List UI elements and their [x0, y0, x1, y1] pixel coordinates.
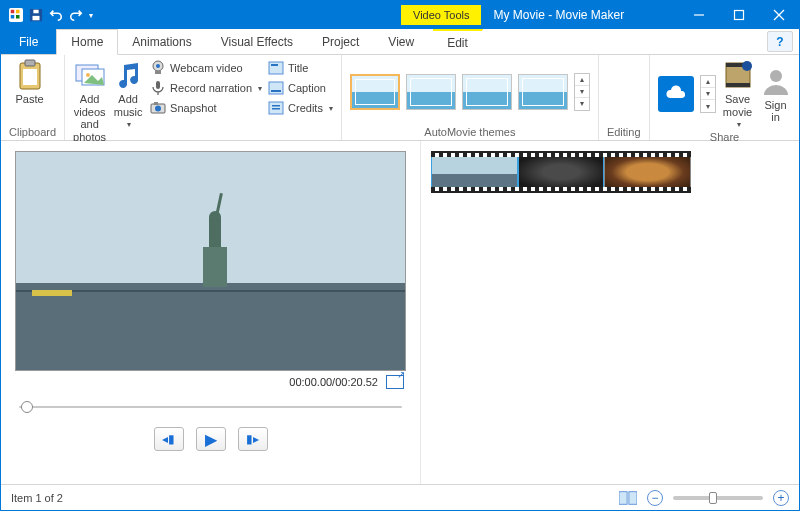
tab-edit[interactable]: Edit: [433, 29, 483, 54]
tab-home[interactable]: Home: [56, 29, 118, 55]
clip-3[interactable]: [604, 154, 691, 190]
svg-rect-29: [269, 62, 283, 74]
svg-rect-41: [726, 83, 750, 87]
svg-point-23: [156, 64, 160, 68]
svg-rect-30: [271, 64, 278, 66]
svg-rect-2: [16, 10, 20, 14]
preview-content: [195, 187, 235, 287]
theme-thumb-4[interactable]: [518, 74, 568, 110]
save-icon[interactable]: [29, 8, 43, 22]
tab-project[interactable]: Project: [308, 29, 374, 54]
title-label: Title: [288, 62, 308, 74]
svg-rect-45: [619, 491, 627, 504]
credits-label: Credits: [288, 102, 323, 114]
view-toggle-icon[interactable]: [619, 491, 637, 505]
next-frame-button[interactable]: ▮▸: [238, 427, 268, 451]
seek-bar[interactable]: [15, 397, 406, 417]
ribbon: Paste Clipboard Add videos and photos Ad…: [1, 55, 799, 141]
qat-dropdown-icon[interactable]: ▾: [89, 11, 93, 20]
zoom-in-button[interactable]: +: [773, 490, 789, 506]
clip-strip: [431, 151, 691, 193]
sign-in-button[interactable]: Sign in: [760, 65, 792, 124]
contextual-tab-label: Video Tools: [401, 5, 481, 25]
redo-icon[interactable]: [69, 8, 83, 22]
svg-rect-35: [272, 108, 280, 110]
webcam-label: Webcam video: [170, 62, 243, 74]
mic-icon: [150, 80, 166, 96]
theme-thumb-3[interactable]: [462, 74, 512, 110]
snapshot-button[interactable]: Snapshot: [150, 99, 262, 117]
quick-access-toolbar: ▾: [1, 8, 101, 22]
gallery-more-icon[interactable]: ▾: [575, 98, 589, 110]
svg-rect-25: [156, 81, 160, 89]
group-clipboard: Paste Clipboard: [1, 55, 65, 140]
minimize-button[interactable]: [679, 1, 719, 29]
tab-animations[interactable]: Animations: [118, 29, 206, 54]
group-themes-label: AutoMovie themes: [424, 124, 515, 138]
svg-rect-14: [23, 69, 37, 85]
ribbon-tabs: File Home Animations Visual Effects Proj…: [1, 29, 799, 55]
svg-rect-9: [735, 11, 744, 20]
clip-1[interactable]: [431, 154, 518, 190]
prev-frame-button[interactable]: ◂▮: [154, 427, 184, 451]
paste-button[interactable]: Paste: [14, 59, 46, 106]
theme-thumb-2[interactable]: [406, 74, 456, 110]
window-title: My Movie - Movie Maker: [493, 8, 624, 22]
group-editing: Editing: [599, 55, 650, 140]
snapshot-label: Snapshot: [170, 102, 216, 114]
paste-label: Paste: [15, 93, 43, 106]
svg-rect-1: [11, 10, 15, 14]
group-themes: ▴ ▾ ▾ AutoMovie themes: [342, 55, 599, 140]
share-gallery-nav: ▴ ▾ ▾: [700, 75, 716, 113]
caption-label: Caption: [288, 82, 326, 94]
svg-point-27: [155, 106, 161, 112]
clip-2[interactable]: [518, 154, 605, 190]
app-icon: [9, 8, 23, 22]
gallery-down-icon[interactable]: ▾: [575, 86, 589, 98]
narration-label: Record narration: [170, 82, 252, 94]
music-icon: [112, 59, 144, 91]
status-bar: Item 1 of 2 − +: [1, 484, 799, 510]
preview-video[interactable]: [15, 151, 406, 371]
share-up-icon[interactable]: ▴: [701, 76, 715, 88]
webcam-button[interactable]: Webcam video: [150, 59, 262, 77]
group-share: ▴ ▾ ▾ Save movie Sign in Share: [650, 55, 800, 140]
add-videos-button[interactable]: Add videos and photos: [73, 59, 106, 144]
film-icon: [722, 59, 754, 91]
share-down-icon[interactable]: ▾: [701, 88, 715, 100]
title-button[interactable]: Title: [268, 59, 333, 77]
zoom-slider[interactable]: [673, 496, 763, 500]
play-button[interactable]: ▶: [196, 427, 226, 451]
gallery-up-icon[interactable]: ▴: [575, 74, 589, 86]
user-icon: [760, 65, 792, 97]
undo-icon[interactable]: [49, 8, 63, 22]
zoom-out-button[interactable]: −: [647, 490, 663, 506]
close-button[interactable]: [759, 1, 799, 29]
onedrive-button[interactable]: [658, 76, 694, 112]
add-music-button[interactable]: Add music: [112, 59, 144, 129]
add-music-label: Add music: [114, 93, 143, 118]
share-more-icon[interactable]: ▾: [701, 100, 715, 112]
svg-rect-46: [629, 491, 637, 504]
save-movie-button[interactable]: Save movie: [722, 59, 754, 129]
tab-file[interactable]: File: [1, 29, 56, 54]
clipboard-icon: [14, 59, 46, 91]
group-add: Add videos and photos Add music Webcam v…: [65, 55, 342, 140]
credits-icon: [268, 100, 284, 116]
group-editing-label: Editing: [607, 124, 641, 138]
preview-pane: 00:00.00/00:20.52 ◂▮ ▶ ▮▸: [1, 141, 421, 484]
credits-button[interactable]: Credits: [268, 99, 333, 117]
svg-rect-24: [155, 71, 161, 74]
maximize-button[interactable]: [719, 1, 759, 29]
caption-button[interactable]: Caption: [268, 79, 333, 97]
tab-view[interactable]: View: [374, 29, 429, 54]
narration-button[interactable]: Record narration: [150, 79, 262, 97]
tab-visual-effects[interactable]: Visual Effects: [207, 29, 308, 54]
caption-icon: [268, 80, 284, 96]
help-button[interactable]: ?: [767, 31, 793, 52]
svg-rect-34: [272, 105, 280, 107]
timeline-pane[interactable]: [421, 141, 799, 484]
time-display: 00:00.00/00:20.52: [289, 376, 378, 388]
fullscreen-button[interactable]: [386, 375, 404, 389]
theme-thumb-1[interactable]: [350, 74, 400, 110]
